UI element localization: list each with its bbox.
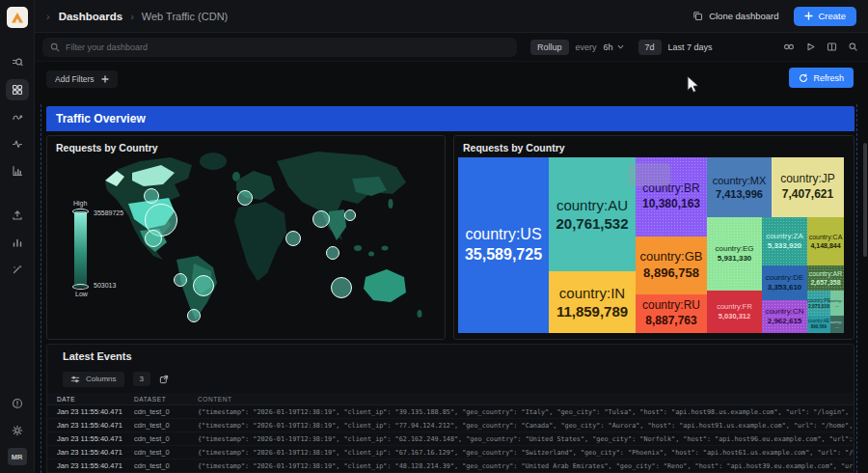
toolbar-icons	[783, 42, 858, 52]
add-filters-button[interactable]: Add Filters	[46, 70, 118, 88]
map-bubble[interactable]	[312, 210, 330, 228]
axiom-logo-icon	[10, 10, 25, 25]
clone-dashboard-button[interactable]: Clone dashboard	[692, 11, 778, 21]
breadcrumb-dashboards[interactable]: Dashboards	[59, 11, 122, 22]
treemap-cell-AR[interactable]: country:AR2,657,358	[807, 265, 844, 291]
metrics-icon[interactable]	[6, 232, 29, 253]
filter-dashboard-input[interactable]	[66, 42, 509, 52]
open-in-query-icon[interactable]	[159, 375, 169, 384]
plus-icon	[101, 75, 109, 83]
filter-toolbar: Rollup every 6h 7d Last 7 days	[35, 33, 868, 62]
settings-icon[interactable]	[6, 420, 29, 441]
treemap-cell-JP[interactable]: country:JP7,407,621	[772, 157, 844, 217]
section-header[interactable]: Traffic Overview	[46, 106, 854, 131]
legend-high-label: High	[73, 200, 87, 207]
query-icon[interactable]	[6, 52, 29, 73]
legend-max-value: 35589725	[94, 209, 123, 216]
dashboards-icon[interactable]	[6, 79, 29, 100]
legend-top-cap	[72, 209, 89, 214]
treemap-cell-CA[interactable]: country:CA4,148,844	[807, 217, 844, 265]
play-icon[interactable]	[805, 42, 816, 52]
topbar: › Dashboards › Web Traffic (CDN) Clone d…	[35, 0, 868, 33]
copy-icon	[692, 11, 703, 21]
treemap-panel[interactable]: Requests by Country country:US35,589,725…	[453, 135, 854, 340]
zoom-icon[interactable]	[848, 42, 858, 52]
table-row[interactable]: Jan 23 11:55:40.471cdn_test_0{"timestamp…	[47, 419, 854, 432]
map-bubble[interactable]	[145, 230, 162, 247]
grid-guide-left	[41, 104, 41, 473]
chevron-down-icon	[617, 44, 624, 49]
treemap-cell-X1[interactable]: country:……	[830, 291, 844, 316]
treemap-cell-DE[interactable]: country:DE3,353,610	[762, 265, 807, 300]
map-bubble[interactable]	[237, 190, 253, 206]
every-label: every	[576, 42, 597, 52]
grid-guide-right	[856, 104, 857, 473]
treemap-cell-AE[interactable]: country:AE890,569	[807, 316, 830, 333]
user-avatar[interactable]: MR	[8, 448, 27, 465]
map-bubble[interactable]	[193, 275, 214, 296]
legend-bottom-cap	[72, 284, 89, 290]
app-logo[interactable]	[7, 7, 28, 28]
stream-icon[interactable]	[6, 106, 29, 127]
layout-icon[interactable]	[827, 42, 837, 52]
help-icon[interactable]	[6, 393, 29, 414]
header-content: CONTENT	[198, 396, 854, 403]
treemap-cell-X2[interactable]: country:……	[830, 316, 844, 333]
columns-count[interactable]: 3	[133, 372, 150, 386]
treemap-cell-FR[interactable]: country:FR5,030,312	[707, 291, 762, 333]
explore-icon[interactable]	[6, 160, 29, 181]
map-bubble[interactable]	[331, 277, 352, 298]
columns-selector[interactable]: Columns	[63, 372, 124, 387]
treemap-cell-IN[interactable]: country:IN11,859,789	[549, 271, 636, 333]
rollup-controls: Rollup every 6h 7d Last 7 days	[530, 40, 713, 55]
legend-low-label: Low	[75, 291, 88, 297]
action-row: Add Filters Refresh	[35, 62, 868, 97]
breadcrumb-page-title: Web Traffic (CDN)	[142, 11, 228, 22]
refresh-button[interactable]: Refresh	[789, 68, 854, 88]
treemap: country:US35,589,725country:AU20,761,532…	[458, 157, 844, 333]
dashboard-filter-box[interactable]	[42, 38, 517, 57]
map-bubble[interactable]	[144, 188, 159, 204]
treemap-cell-ZA[interactable]: country:ZA5,333,920	[762, 217, 807, 265]
treemap-cell-GB[interactable]: country:GB8,896,758	[636, 236, 707, 294]
treemap-cell-MX[interactable]: country:MX7,413,996	[707, 157, 772, 217]
table-row[interactable]: Jan 23 11:55:40.471cdn_test_0{"timestamp…	[47, 405, 854, 419]
map-bubble[interactable]	[326, 246, 339, 260]
treemap-cell-US[interactable]: country:US35,589,725	[458, 157, 549, 333]
monitors-icon[interactable]	[6, 133, 29, 154]
create-button[interactable]: Create	[794, 7, 856, 26]
refresh-icon	[799, 73, 808, 83]
sliders-icon	[70, 375, 80, 384]
events-table-header: DATE DATASET CONTENT	[47, 393, 854, 405]
section-title: Traffic Overview	[56, 112, 146, 125]
events-title: Latest Events	[63, 350, 132, 362]
time-range-label[interactable]: Last 7 days	[668, 42, 713, 52]
events-rows: Jan 23 11:55:40.471cdn_test_0{"timestamp…	[47, 405, 854, 473]
header-date: DATE	[47, 396, 134, 403]
table-row[interactable]: Jan 23 11:55:40.471cdn_test_0{"timestamp…	[47, 446, 854, 459]
treemap-cell-PE[interactable]: country:PE2,073,016	[807, 291, 830, 316]
interval-select[interactable]: 6h	[604, 42, 624, 52]
treemap-cell-EG[interactable]: country:EG5,931,330	[707, 217, 762, 291]
events-panel: Latest Events Columns 3 DATE DATASET CON…	[46, 344, 854, 473]
treemap-cell-RU[interactable]: country:RU8,887,763	[636, 294, 707, 333]
map-bubble[interactable]	[174, 273, 187, 287]
flows-icon[interactable]	[6, 205, 29, 226]
map-bubble[interactable]	[187, 309, 201, 322]
range-chip[interactable]: 7d	[638, 40, 662, 55]
map-panel-title: Requests by Country	[56, 142, 158, 153]
table-row[interactable]: Jan 23 11:55:40.471cdn_test_0{"timestamp…	[47, 459, 854, 473]
table-row[interactable]: Jan 23 11:55:40.471cdn_test_0{"timestamp…	[47, 432, 854, 446]
integrations-icon[interactable]	[6, 259, 29, 280]
loop-icon[interactable]	[783, 42, 795, 52]
treemap-cell-CN[interactable]: country:CN2,962,615	[762, 300, 807, 333]
rollup-chip[interactable]: Rollup	[530, 40, 569, 55]
treemap-cell-AU[interactable]: country:AU20,761,532	[549, 157, 636, 271]
scrollbar-thumb[interactable]	[863, 143, 867, 257]
sidebar: MR	[0, 0, 35, 473]
legend-min-value: 503013	[94, 282, 116, 289]
map-panel[interactable]: Requests by Country High 35589725 503013…	[46, 135, 446, 340]
map-bubble[interactable]	[344, 209, 356, 221]
map-bubble[interactable]	[285, 231, 301, 246]
events-table: DATE DATASET CONTENT Jan 23 11:55:40.471…	[47, 393, 854, 473]
